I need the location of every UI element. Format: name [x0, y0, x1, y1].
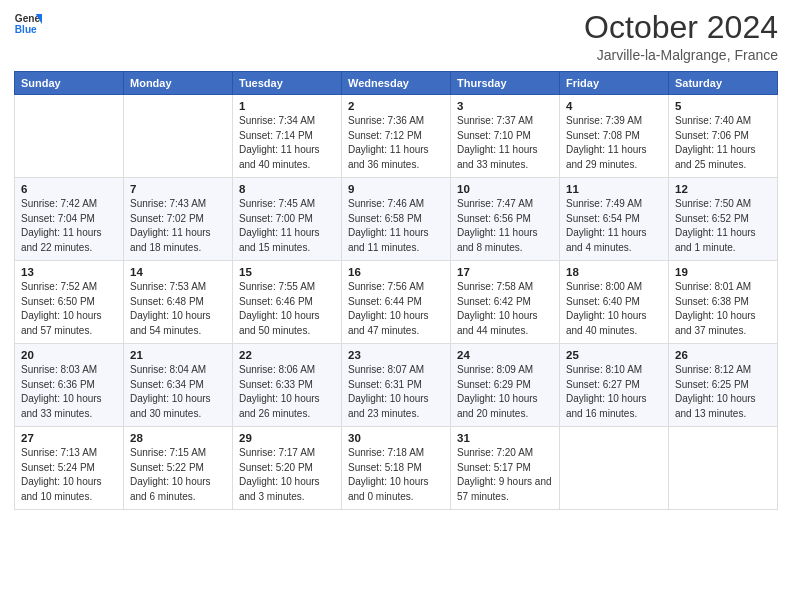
day-number: 12: [675, 183, 771, 195]
day-detail: Sunrise: 7:42 AM Sunset: 7:04 PM Dayligh…: [21, 197, 117, 255]
day-detail: Sunrise: 8:04 AM Sunset: 6:34 PM Dayligh…: [130, 363, 226, 421]
day-cell: [124, 95, 233, 178]
day-cell: 29Sunrise: 7:17 AM Sunset: 5:20 PM Dayli…: [233, 427, 342, 510]
logo-icon: General Blue: [14, 10, 42, 38]
day-cell: 15Sunrise: 7:55 AM Sunset: 6:46 PM Dayli…: [233, 261, 342, 344]
header: General Blue October 2024 Jarville-la-Ma…: [14, 10, 778, 63]
day-cell: 26Sunrise: 8:12 AM Sunset: 6:25 PM Dayli…: [669, 344, 778, 427]
day-cell: [560, 427, 669, 510]
day-number: 27: [21, 432, 117, 444]
month-title: October 2024: [584, 10, 778, 45]
day-detail: Sunrise: 7:55 AM Sunset: 6:46 PM Dayligh…: [239, 280, 335, 338]
day-number: 25: [566, 349, 662, 361]
day-cell: 2Sunrise: 7:36 AM Sunset: 7:12 PM Daylig…: [342, 95, 451, 178]
week-row-2: 6Sunrise: 7:42 AM Sunset: 7:04 PM Daylig…: [15, 178, 778, 261]
week-row-1: 1Sunrise: 7:34 AM Sunset: 7:14 PM Daylig…: [15, 95, 778, 178]
day-detail: Sunrise: 7:43 AM Sunset: 7:02 PM Dayligh…: [130, 197, 226, 255]
day-detail: Sunrise: 7:40 AM Sunset: 7:06 PM Dayligh…: [675, 114, 771, 172]
day-number: 9: [348, 183, 444, 195]
day-detail: Sunrise: 7:17 AM Sunset: 5:20 PM Dayligh…: [239, 446, 335, 504]
day-number: 23: [348, 349, 444, 361]
day-detail: Sunrise: 7:15 AM Sunset: 5:22 PM Dayligh…: [130, 446, 226, 504]
day-number: 20: [21, 349, 117, 361]
day-number: 30: [348, 432, 444, 444]
day-cell: [15, 95, 124, 178]
day-cell: 30Sunrise: 7:18 AM Sunset: 5:18 PM Dayli…: [342, 427, 451, 510]
day-cell: 16Sunrise: 7:56 AM Sunset: 6:44 PM Dayli…: [342, 261, 451, 344]
day-number: 16: [348, 266, 444, 278]
day-number: 15: [239, 266, 335, 278]
day-number: 14: [130, 266, 226, 278]
day-detail: Sunrise: 7:34 AM Sunset: 7:14 PM Dayligh…: [239, 114, 335, 172]
day-cell: 27Sunrise: 7:13 AM Sunset: 5:24 PM Dayli…: [15, 427, 124, 510]
day-detail: Sunrise: 8:01 AM Sunset: 6:38 PM Dayligh…: [675, 280, 771, 338]
day-cell: 28Sunrise: 7:15 AM Sunset: 5:22 PM Dayli…: [124, 427, 233, 510]
day-number: 22: [239, 349, 335, 361]
day-number: 31: [457, 432, 553, 444]
day-detail: Sunrise: 7:18 AM Sunset: 5:18 PM Dayligh…: [348, 446, 444, 504]
day-number: 18: [566, 266, 662, 278]
col-tuesday: Tuesday: [233, 72, 342, 95]
day-detail: Sunrise: 8:09 AM Sunset: 6:29 PM Dayligh…: [457, 363, 553, 421]
day-detail: Sunrise: 8:00 AM Sunset: 6:40 PM Dayligh…: [566, 280, 662, 338]
day-cell: 31Sunrise: 7:20 AM Sunset: 5:17 PM Dayli…: [451, 427, 560, 510]
day-number: 8: [239, 183, 335, 195]
day-cell: 8Sunrise: 7:45 AM Sunset: 7:00 PM Daylig…: [233, 178, 342, 261]
day-cell: 5Sunrise: 7:40 AM Sunset: 7:06 PM Daylig…: [669, 95, 778, 178]
day-detail: Sunrise: 7:50 AM Sunset: 6:52 PM Dayligh…: [675, 197, 771, 255]
col-saturday: Saturday: [669, 72, 778, 95]
day-cell: 12Sunrise: 7:50 AM Sunset: 6:52 PM Dayli…: [669, 178, 778, 261]
day-cell: 20Sunrise: 8:03 AM Sunset: 6:36 PM Dayli…: [15, 344, 124, 427]
calendar-page: General Blue October 2024 Jarville-la-Ma…: [0, 0, 792, 612]
week-row-4: 20Sunrise: 8:03 AM Sunset: 6:36 PM Dayli…: [15, 344, 778, 427]
day-detail: Sunrise: 8:06 AM Sunset: 6:33 PM Dayligh…: [239, 363, 335, 421]
col-friday: Friday: [560, 72, 669, 95]
day-detail: Sunrise: 7:45 AM Sunset: 7:00 PM Dayligh…: [239, 197, 335, 255]
day-cell: 22Sunrise: 8:06 AM Sunset: 6:33 PM Dayli…: [233, 344, 342, 427]
day-detail: Sunrise: 8:07 AM Sunset: 6:31 PM Dayligh…: [348, 363, 444, 421]
day-detail: Sunrise: 8:10 AM Sunset: 6:27 PM Dayligh…: [566, 363, 662, 421]
calendar-table: Sunday Monday Tuesday Wednesday Thursday…: [14, 71, 778, 510]
day-cell: 3Sunrise: 7:37 AM Sunset: 7:10 PM Daylig…: [451, 95, 560, 178]
day-cell: 24Sunrise: 8:09 AM Sunset: 6:29 PM Dayli…: [451, 344, 560, 427]
day-number: 17: [457, 266, 553, 278]
day-cell: 11Sunrise: 7:49 AM Sunset: 6:54 PM Dayli…: [560, 178, 669, 261]
location: Jarville-la-Malgrange, France: [584, 47, 778, 63]
day-cell: 1Sunrise: 7:34 AM Sunset: 7:14 PM Daylig…: [233, 95, 342, 178]
day-number: 24: [457, 349, 553, 361]
col-thursday: Thursday: [451, 72, 560, 95]
day-cell: 13Sunrise: 7:52 AM Sunset: 6:50 PM Dayli…: [15, 261, 124, 344]
day-detail: Sunrise: 7:13 AM Sunset: 5:24 PM Dayligh…: [21, 446, 117, 504]
day-detail: Sunrise: 8:03 AM Sunset: 6:36 PM Dayligh…: [21, 363, 117, 421]
col-sunday: Sunday: [15, 72, 124, 95]
title-block: October 2024 Jarville-la-Malgrange, Fran…: [584, 10, 778, 63]
day-detail: Sunrise: 7:37 AM Sunset: 7:10 PM Dayligh…: [457, 114, 553, 172]
day-detail: Sunrise: 7:36 AM Sunset: 7:12 PM Dayligh…: [348, 114, 444, 172]
day-cell: 19Sunrise: 8:01 AM Sunset: 6:38 PM Dayli…: [669, 261, 778, 344]
day-number: 11: [566, 183, 662, 195]
day-cell: 25Sunrise: 8:10 AM Sunset: 6:27 PM Dayli…: [560, 344, 669, 427]
day-detail: Sunrise: 7:47 AM Sunset: 6:56 PM Dayligh…: [457, 197, 553, 255]
week-row-3: 13Sunrise: 7:52 AM Sunset: 6:50 PM Dayli…: [15, 261, 778, 344]
day-number: 29: [239, 432, 335, 444]
day-cell: 21Sunrise: 8:04 AM Sunset: 6:34 PM Dayli…: [124, 344, 233, 427]
day-detail: Sunrise: 8:12 AM Sunset: 6:25 PM Dayligh…: [675, 363, 771, 421]
day-number: 10: [457, 183, 553, 195]
week-row-5: 27Sunrise: 7:13 AM Sunset: 5:24 PM Dayli…: [15, 427, 778, 510]
day-number: 4: [566, 100, 662, 112]
day-number: 1: [239, 100, 335, 112]
day-cell: 9Sunrise: 7:46 AM Sunset: 6:58 PM Daylig…: [342, 178, 451, 261]
logo: General Blue: [14, 10, 42, 38]
day-number: 2: [348, 100, 444, 112]
day-cell: 4Sunrise: 7:39 AM Sunset: 7:08 PM Daylig…: [560, 95, 669, 178]
day-cell: 23Sunrise: 8:07 AM Sunset: 6:31 PM Dayli…: [342, 344, 451, 427]
svg-text:Blue: Blue: [15, 24, 37, 35]
day-number: 6: [21, 183, 117, 195]
day-cell: 18Sunrise: 8:00 AM Sunset: 6:40 PM Dayli…: [560, 261, 669, 344]
day-number: 5: [675, 100, 771, 112]
day-number: 7: [130, 183, 226, 195]
day-detail: Sunrise: 7:49 AM Sunset: 6:54 PM Dayligh…: [566, 197, 662, 255]
day-detail: Sunrise: 7:56 AM Sunset: 6:44 PM Dayligh…: [348, 280, 444, 338]
day-number: 26: [675, 349, 771, 361]
day-detail: Sunrise: 7:58 AM Sunset: 6:42 PM Dayligh…: [457, 280, 553, 338]
